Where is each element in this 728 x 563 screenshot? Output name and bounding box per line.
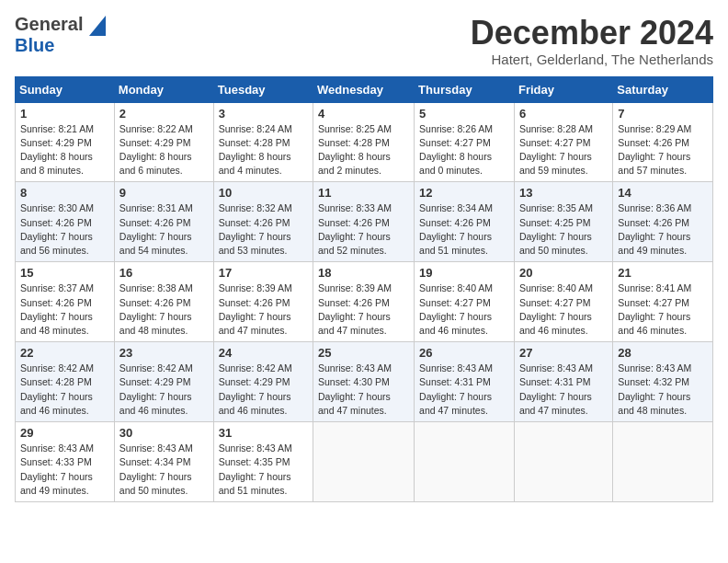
calendar-cell: 21 Sunrise: 8:41 AMSunset: 4:27 PMDaylig… <box>613 262 713 342</box>
day-info: Sunrise: 8:35 AMSunset: 4:25 PMDaylight:… <box>519 202 593 256</box>
day-number: 24 <box>219 346 308 360</box>
day-number: 3 <box>219 107 308 121</box>
calendar-cell: 16 Sunrise: 8:38 AMSunset: 4:26 PMDaylig… <box>114 262 213 342</box>
day-info: Sunrise: 8:40 AMSunset: 4:27 PMDaylight:… <box>419 282 493 336</box>
day-number: 1 <box>20 107 109 121</box>
day-info: Sunrise: 8:42 AMSunset: 4:29 PMDaylight:… <box>119 362 193 416</box>
day-number: 22 <box>20 346 109 360</box>
calendar-cell: 3 Sunrise: 8:24 AMSunset: 4:28 PMDayligh… <box>213 102 313 182</box>
calendar-cell: 10 Sunrise: 8:32 AMSunset: 4:26 PMDaylig… <box>213 182 313 262</box>
day-info: Sunrise: 8:21 AMSunset: 4:29 PMDaylight:… <box>20 123 94 177</box>
calendar-cell <box>613 422 713 502</box>
day-number: 26 <box>419 346 509 360</box>
day-number: 15 <box>20 266 109 280</box>
day-info: Sunrise: 8:33 AMSunset: 4:26 PMDaylight:… <box>318 202 392 256</box>
day-number: 18 <box>318 266 409 280</box>
day-number: 29 <box>20 426 109 440</box>
day-info: Sunrise: 8:43 AMSunset: 4:31 PMDaylight:… <box>519 362 593 416</box>
logo-icon <box>89 16 106 36</box>
calendar-cell: 7 Sunrise: 8:29 AMSunset: 4:26 PMDayligh… <box>613 102 713 182</box>
day-number: 23 <box>119 346 209 360</box>
day-number: 12 <box>419 186 509 200</box>
calendar-cell: 11 Sunrise: 8:33 AMSunset: 4:26 PMDaylig… <box>313 182 415 262</box>
weekday-header-thursday: Thursday <box>415 76 515 102</box>
day-info: Sunrise: 8:36 AMSunset: 4:26 PMDaylight:… <box>618 202 691 256</box>
calendar-cell: 5 Sunrise: 8:26 AMSunset: 4:27 PMDayligh… <box>415 102 515 182</box>
day-number: 27 <box>519 346 608 360</box>
calendar-cell <box>313 422 415 502</box>
day-info: Sunrise: 8:32 AMSunset: 4:26 PMDaylight:… <box>219 202 292 256</box>
day-number: 7 <box>618 107 708 121</box>
day-number: 19 <box>419 266 509 280</box>
weekday-header-sunday: Sunday <box>16 76 115 102</box>
day-number: 9 <box>119 186 209 200</box>
day-number: 6 <box>519 107 608 121</box>
day-info: Sunrise: 8:30 AMSunset: 4:26 PMDaylight:… <box>20 202 94 256</box>
calendar-cell: 9 Sunrise: 8:31 AMSunset: 4:26 PMDayligh… <box>114 182 213 262</box>
calendar-cell: 12 Sunrise: 8:34 AMSunset: 4:26 PMDaylig… <box>415 182 515 262</box>
day-info: Sunrise: 8:43 AMSunset: 4:33 PMDaylight:… <box>20 442 94 496</box>
calendar-cell: 28 Sunrise: 8:43 AMSunset: 4:32 PMDaylig… <box>613 342 713 422</box>
day-info: Sunrise: 8:22 AMSunset: 4:29 PMDaylight:… <box>119 123 193 177</box>
calendar-cell: 17 Sunrise: 8:39 AMSunset: 4:26 PMDaylig… <box>213 262 313 342</box>
logo-text: General <box>15 15 106 36</box>
day-info: Sunrise: 8:43 AMSunset: 4:30 PMDaylight:… <box>318 362 392 416</box>
weekday-header-saturday: Saturday <box>613 76 713 102</box>
subtitle: Hatert, Gelderland, The Netherlands <box>471 52 713 67</box>
calendar-cell: 19 Sunrise: 8:40 AMSunset: 4:27 PMDaylig… <box>415 262 515 342</box>
day-number: 4 <box>318 107 409 121</box>
calendar-cell: 25 Sunrise: 8:43 AMSunset: 4:30 PMDaylig… <box>313 342 415 422</box>
calendar-cell: 18 Sunrise: 8:39 AMSunset: 4:26 PMDaylig… <box>313 262 415 342</box>
day-number: 21 <box>618 266 708 280</box>
day-number: 25 <box>318 346 409 360</box>
calendar-cell: 31 Sunrise: 8:43 AMSunset: 4:35 PMDaylig… <box>213 422 313 502</box>
calendar-cell: 24 Sunrise: 8:42 AMSunset: 4:29 PMDaylig… <box>213 342 313 422</box>
day-number: 11 <box>318 186 409 200</box>
calendar-cell: 4 Sunrise: 8:25 AMSunset: 4:28 PMDayligh… <box>313 102 415 182</box>
calendar-cell: 20 Sunrise: 8:40 AMSunset: 4:27 PMDaylig… <box>514 262 612 342</box>
calendar-cell: 1 Sunrise: 8:21 AMSunset: 4:29 PMDayligh… <box>16 102 115 182</box>
calendar-cell: 26 Sunrise: 8:43 AMSunset: 4:31 PMDaylig… <box>415 342 515 422</box>
day-number: 28 <box>618 346 708 360</box>
calendar-table: SundayMondayTuesdayWednesdayThursdayFrid… <box>15 76 713 502</box>
calendar-cell: 14 Sunrise: 8:36 AMSunset: 4:26 PMDaylig… <box>613 182 713 262</box>
day-number: 2 <box>119 107 209 121</box>
calendar-cell <box>514 422 612 502</box>
day-info: Sunrise: 8:24 AMSunset: 4:28 PMDaylight:… <box>219 123 292 177</box>
month-title: December 2024 <box>471 15 713 52</box>
logo-blue-text: Blue <box>15 36 54 54</box>
calendar-cell: 29 Sunrise: 8:43 AMSunset: 4:33 PMDaylig… <box>16 422 115 502</box>
day-info: Sunrise: 8:26 AMSunset: 4:27 PMDaylight:… <box>419 123 493 177</box>
day-info: Sunrise: 8:28 AMSunset: 4:27 PMDaylight:… <box>519 123 593 177</box>
day-info: Sunrise: 8:40 AMSunset: 4:27 PMDaylight:… <box>519 282 593 336</box>
day-number: 30 <box>119 426 209 440</box>
calendar-cell: 23 Sunrise: 8:42 AMSunset: 4:29 PMDaylig… <box>114 342 213 422</box>
calendar-cell: 30 Sunrise: 8:43 AMSunset: 4:34 PMDaylig… <box>114 422 213 502</box>
page-header: General Blue December 2024 Hatert, Gelde… <box>15 15 713 67</box>
day-info: Sunrise: 8:38 AMSunset: 4:26 PMDaylight:… <box>119 282 193 336</box>
day-number: 5 <box>419 107 509 121</box>
calendar-cell: 15 Sunrise: 8:37 AMSunset: 4:26 PMDaylig… <box>16 262 115 342</box>
title-block: December 2024 Hatert, Gelderland, The Ne… <box>471 15 713 67</box>
calendar-cell: 6 Sunrise: 8:28 AMSunset: 4:27 PMDayligh… <box>514 102 612 182</box>
weekday-header-wednesday: Wednesday <box>313 76 415 102</box>
calendar-cell: 22 Sunrise: 8:42 AMSunset: 4:28 PMDaylig… <box>16 342 115 422</box>
weekday-header-friday: Friday <box>514 76 612 102</box>
day-info: Sunrise: 8:39 AMSunset: 4:26 PMDaylight:… <box>318 282 392 336</box>
day-info: Sunrise: 8:43 AMSunset: 4:34 PMDaylight:… <box>119 442 193 496</box>
day-number: 13 <box>519 186 608 200</box>
weekday-header-tuesday: Tuesday <box>213 76 313 102</box>
logo: General Blue <box>15 15 106 54</box>
calendar-cell: 2 Sunrise: 8:22 AMSunset: 4:29 PMDayligh… <box>114 102 213 182</box>
day-info: Sunrise: 8:42 AMSunset: 4:29 PMDaylight:… <box>219 362 292 416</box>
day-number: 16 <box>119 266 209 280</box>
day-info: Sunrise: 8:25 AMSunset: 4:28 PMDaylight:… <box>318 123 392 177</box>
day-info: Sunrise: 8:41 AMSunset: 4:27 PMDaylight:… <box>618 282 691 336</box>
calendar-cell: 13 Sunrise: 8:35 AMSunset: 4:25 PMDaylig… <box>514 182 612 262</box>
day-info: Sunrise: 8:31 AMSunset: 4:26 PMDaylight:… <box>119 202 193 256</box>
day-number: 14 <box>618 186 708 200</box>
svg-marker-0 <box>89 16 106 36</box>
day-info: Sunrise: 8:43 AMSunset: 4:32 PMDaylight:… <box>618 362 691 416</box>
day-info: Sunrise: 8:37 AMSunset: 4:26 PMDaylight:… <box>20 282 94 336</box>
day-info: Sunrise: 8:29 AMSunset: 4:26 PMDaylight:… <box>618 123 691 177</box>
